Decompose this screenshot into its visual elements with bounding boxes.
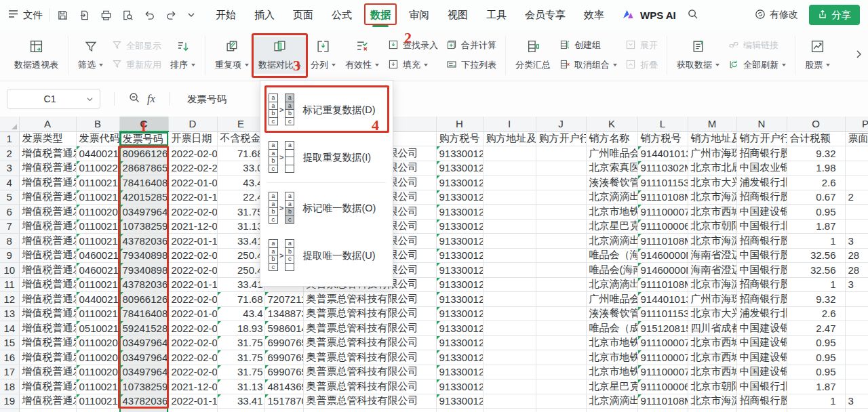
cell-I19[interactable] [483,394,536,409]
cell-M20[interactable] [688,409,736,412]
cell-C10[interactable]: 79340898 [119,263,168,278]
cell-A9[interactable]: 增值税普通发票 [19,248,76,263]
cell-A4[interactable]: 增值税普通发票 [19,176,76,190]
col-header-A[interactable]: A [19,117,76,131]
cell-L5[interactable]: 91110108M [637,190,688,205]
cell-P6[interactable] [845,205,868,220]
cell-D6[interactable]: 2022-02-07 [168,205,217,220]
cell-C19[interactable]: 43782036 [119,394,168,409]
cell-F12[interactable]: 720721108 [264,292,303,307]
cell-K10[interactable]: 唯品会(海南 [586,263,637,278]
cell-K9[interactable]: 唯品会（海 [586,248,637,263]
cell-L6[interactable]: 911100007 [637,205,688,220]
cell-D18[interactable]: 2021-12-09 [168,379,217,394]
row-header-7[interactable]: 7 [0,219,19,234]
cell-E3[interactable]: 33.0 [217,161,264,176]
create-group-button[interactable]: 创建组 [559,39,617,52]
cell-J9[interactable] [536,248,586,263]
cell-P10[interactable]: 28 [845,263,868,278]
cell-D4[interactable]: 2022-01-07 [168,176,217,190]
col-header-J[interactable]: J [536,117,586,131]
cell-H15[interactable]: 913300127 [436,335,483,350]
col-header-M[interactable]: M [688,117,736,131]
cell-J1[interactable]: 购方开户行 [536,131,586,146]
cell-L1[interactable]: 销方税号 [637,131,688,146]
duplicates-button[interactable]: 重复项 [210,37,254,74]
cell-N14[interactable]: 中国建设银 [736,321,787,336]
cell-J17[interactable] [536,365,586,379]
cell-A1[interactable]: 发票类型 [19,131,76,146]
cell-M5[interactable]: 北京市海淀 [688,190,736,205]
cell-C16[interactable]: 03497964 [119,350,168,365]
cell-M18[interactable]: 北京市朝阳 [688,379,736,394]
cell-P1[interactable]: 票面金额 [845,131,868,146]
cell-P17[interactable] [845,365,868,379]
cell-B7[interactable]: 011002100 [76,219,119,234]
cell-P8[interactable]: 3 [845,234,868,249]
cell-D19[interactable]: 2022-01-10 [168,394,217,409]
cell-D10[interactable]: 2022-02-06 [168,263,217,278]
cell-D15[interactable]: 2022-02-07 [168,335,217,350]
cell-B10[interactable]: 046002100 [76,263,119,278]
cell-N19[interactable]: 招商银行股 [736,394,787,409]
cell-L17[interactable]: 911100007 [637,365,688,379]
cell-C9[interactable]: 79340898 [119,248,168,263]
cell-P2[interactable] [845,146,868,161]
cell-O1[interactable]: 合计税额 [787,131,845,146]
cell-E20[interactable] [217,409,264,412]
cell-N3[interactable]: 中国农业银 [736,161,787,176]
cell-M9[interactable]: 海南省澄迈 [688,248,736,263]
cell-L18[interactable]: 911100006 [637,379,688,394]
cell-A11[interactable]: 增值税普通发票 [19,277,76,292]
dropdown-list-button[interactable]: 下拉列表 [446,59,496,72]
cell-I12[interactable] [483,292,536,307]
cell-G17[interactable]: 奥普票总管科技有限公司 [303,365,436,379]
cell-O12[interactable]: 9.32 [787,292,845,307]
cell-C20[interactable] [119,409,168,412]
cell-H16[interactable]: 913300127 [436,350,483,365]
cell-C6[interactable]: 03497964 [119,205,168,220]
cell-G19[interactable]: 奥普票总管科技有限公司 [303,394,436,409]
cell-C11[interactable]: 43782036 [119,277,168,292]
cell-H10[interactable]: 913300127 [436,263,483,278]
cell-B14[interactable]: 051002100 [76,321,119,336]
cell-P11[interactable]: 3 [845,277,868,292]
cell-J10[interactable] [536,263,586,278]
cell-E11[interactable]: 33.41 [217,277,264,292]
cell-B8[interactable]: 011002100 [76,234,119,249]
cell-I4[interactable] [483,176,536,190]
cell-N2[interactable]: 招商银行股 [736,146,787,161]
cell-H14[interactable]: 913300127 [436,321,483,336]
cell-I18[interactable] [483,379,536,394]
cell-L20[interactable] [637,409,688,412]
cell-L9[interactable]: 91460000M [637,248,688,263]
lookup-entry-button[interactable]: 2 查找录入 [388,39,438,52]
cell-M1[interactable]: 销方地址及 [688,131,736,146]
cell-C4[interactable]: 78416408 [119,176,168,190]
cell-B2[interactable]: 044002100 [76,146,119,161]
zoom-formula-icon[interactable] [128,91,140,106]
cell-H5[interactable]: 913300127 [436,190,483,205]
refresh-all-button[interactable]: 全部刷新 [728,59,786,72]
menu-item-3[interactable]: aabc>aabc标记唯一数据(O) [260,184,393,232]
cell-A17[interactable]: 增值税普通发票 [19,365,76,379]
cell-E13[interactable]: 43.4 [217,306,264,321]
expand-detail-button[interactable]: 展开 [625,39,658,52]
consolidate-button[interactable]: 合并计算 [446,39,496,52]
cell-K12[interactable]: 广州唯品会 [586,292,637,307]
col-header-P[interactable]: P [845,117,868,131]
cell-M10[interactable]: 海南省澄迈 [688,263,736,278]
cell-E2[interactable]: 71.68 [217,146,264,161]
cell-F14[interactable]: 598601462 [264,321,303,336]
cell-D20[interactable] [168,409,217,412]
cell-O18[interactable]: 1.87 [787,379,845,394]
cell-O16[interactable]: 0.95 [787,350,845,365]
col-header-B[interactable]: B [76,117,119,131]
cell-H18[interactable]: 913300127 [436,379,483,394]
row-header-5[interactable]: 5 [0,190,19,205]
cell-M6[interactable]: 北京市西城 [688,205,736,220]
cell-K11[interactable]: 北京滴滴出 [586,277,637,292]
row-header-4[interactable]: 4 [0,176,19,190]
cell-N9[interactable]: 中国银行股 [736,248,787,263]
cell-O8[interactable]: 1 [787,234,845,249]
